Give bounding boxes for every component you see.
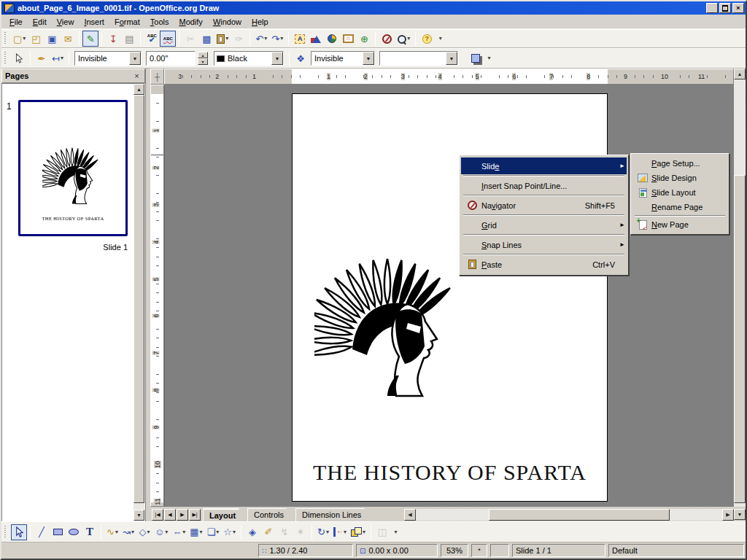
- menu-view[interactable]: View: [52, 16, 80, 28]
- spellcheck-button[interactable]: ABC✔: [144, 31, 160, 47]
- zoom-button[interactable]: ▾: [395, 31, 412, 47]
- menu-window[interactable]: Window: [208, 16, 247, 28]
- context-menu-item-insert-snap-point-line[interactable]: Insert Snap Point/Line...: [461, 177, 627, 194]
- menu-help[interactable]: Help: [247, 16, 274, 28]
- flowchart-button[interactable]: ▦▾: [187, 524, 204, 540]
- gallery-button[interactable]: ⌂: [340, 31, 356, 47]
- line-color-dropdown-icon[interactable]: ▼: [271, 52, 283, 65]
- arrange-button[interactable]: ▾: [349, 524, 368, 540]
- glue-points-button[interactable]: ✐: [260, 524, 276, 540]
- scroll-thumb[interactable]: [489, 509, 670, 521]
- paste-button[interactable]: ▾: [214, 31, 231, 47]
- submenu-item-new-page[interactable]: New Page: [632, 217, 727, 232]
- send-email-button[interactable]: ✉: [60, 31, 76, 47]
- scroll-up-button[interactable]: ▲: [734, 69, 746, 79]
- undo-button[interactable]: ↶▾: [253, 31, 269, 47]
- area-style-select[interactable]: Invisible ▼: [311, 51, 375, 66]
- stars-button[interactable]: ☆▾: [221, 524, 238, 540]
- area-fill-select[interactable]: ▼: [379, 51, 458, 66]
- select-tool-button[interactable]: [11, 524, 27, 540]
- last-page-button[interactable]: ▶|: [189, 509, 201, 521]
- interaction-button[interactable]: ↯: [276, 524, 293, 540]
- rectangle-tool-button[interactable]: [50, 524, 66, 540]
- status-zoom-cell[interactable]: 53%: [441, 544, 468, 557]
- basic-shapes-button[interactable]: ◇▾: [136, 524, 152, 540]
- block-arrows-button[interactable]: ⇔▾: [170, 524, 187, 540]
- scroll-thumb[interactable]: [133, 95, 144, 503]
- tab-layout[interactable]: Layout: [203, 508, 247, 521]
- horizontal-ruler[interactable]: 3211234567891011: [164, 69, 734, 85]
- scroll-left-button[interactable]: ◀: [404, 509, 416, 521]
- callouts-button[interactable]: ❏▾: [205, 524, 222, 540]
- open-button[interactable]: ◰: [28, 31, 44, 47]
- toolbar-options-button[interactable]: ▾: [484, 50, 494, 66]
- minimize-button[interactable]: _: [706, 3, 718, 13]
- scroll-up-button[interactable]: ▲: [133, 84, 144, 95]
- line-width-stepper[interactable]: ▴▾: [198, 52, 208, 65]
- line-dialog-button[interactable]: ✒: [34, 50, 50, 66]
- previous-page-button[interactable]: ◀: [164, 509, 176, 521]
- copy-button[interactable]: ▩: [198, 31, 214, 47]
- edit-points-button[interactable]: [11, 50, 27, 66]
- menu-modify[interactable]: Modify: [174, 16, 207, 28]
- cut-button[interactable]: ✂: [182, 31, 198, 47]
- text-tool-button[interactable]: T: [82, 524, 98, 540]
- close-button[interactable]: ×: [732, 3, 744, 13]
- ruler-origin-corner[interactable]: ┼: [150, 69, 164, 85]
- drawing-canvas[interactable]: THE HISTORY OF SPARTA: [164, 85, 734, 507]
- effects-button[interactable]: ✶: [293, 524, 309, 540]
- insert-graphic-button[interactable]: [308, 31, 324, 47]
- print-button[interactable]: ▤: [121, 31, 137, 47]
- horizontal-scrollbar[interactable]: ◀ ▶: [404, 509, 734, 521]
- scroll-thumb[interactable]: [734, 175, 746, 503]
- context-menu-item-snap-lines[interactable]: Snap Lines ►: [461, 236, 627, 253]
- shadow-button[interactable]: [468, 50, 484, 66]
- next-page-button[interactable]: ▶: [177, 509, 188, 521]
- submenu-item-slide-layout[interactable]: Slide Layout: [632, 185, 727, 200]
- help-button[interactable]: ?: [419, 31, 435, 47]
- navigator-button[interactable]: [379, 31, 395, 47]
- menu-tools[interactable]: Tools: [145, 16, 174, 28]
- save-button[interactable]: ▣: [44, 31, 60, 47]
- scroll-track[interactable]: [416, 509, 722, 521]
- status-style-cell[interactable]: Default: [608, 544, 744, 557]
- ellipse-tool-button[interactable]: [66, 524, 82, 540]
- fontwork-button[interactable]: A: [292, 31, 308, 47]
- vertical-scrollbar[interactable]: ▲: [734, 69, 746, 507]
- toolbar-grip[interactable]: [4, 526, 8, 539]
- scroll-track[interactable]: [734, 79, 746, 507]
- curve-tool-button[interactable]: ∿▾: [104, 524, 120, 540]
- pages-panel-close-button[interactable]: ×: [132, 71, 142, 81]
- connector-tool-button[interactable]: ↝▾: [120, 524, 136, 540]
- line-style-select[interactable]: Invisible ▼: [74, 51, 142, 66]
- area-dialog-button[interactable]: ❖: [293, 50, 309, 66]
- insert-chart-button[interactable]: [324, 31, 340, 47]
- symbol-shapes-button[interactable]: ☺▾: [152, 524, 170, 540]
- area-style-dropdown-icon[interactable]: ▼: [363, 52, 374, 65]
- scroll-down-button[interactable]: ▼: [734, 509, 746, 520]
- line-width-input[interactable]: 0.00": [146, 51, 196, 66]
- arrow-style-button[interactable]: ↤▾: [50, 50, 66, 66]
- toolbar-options-button[interactable]: ▾: [390, 524, 400, 540]
- alignment-button[interactable]: ▾: [331, 524, 349, 540]
- sparta-image[interactable]: [314, 240, 464, 400]
- slide-thumbnail[interactable]: THE HISTORY OF SPARTA: [18, 100, 128, 236]
- line-color-select[interactable]: Black ▼: [214, 51, 284, 66]
- insert-object-button[interactable]: ◫: [374, 524, 390, 540]
- context-menu-item-slide[interactable]: Slide ►: [461, 158, 627, 174]
- autospellcheck-button[interactable]: ABC: [160, 31, 176, 47]
- scroll-right-button[interactable]: ▶: [722, 509, 734, 521]
- format-paintbrush-button[interactable]: ✑: [231, 31, 247, 47]
- menu-file[interactable]: File: [4, 16, 28, 28]
- tab-dimension-lines[interactable]: Dimension Lines: [295, 508, 373, 521]
- pages-scrollbar[interactable]: ▲ ▼: [133, 84, 144, 521]
- line-tool-button[interactable]: ╱: [34, 524, 50, 540]
- new-document-button[interactable]: ▢▾: [11, 31, 28, 47]
- menu-insert[interactable]: Insert: [79, 16, 109, 28]
- scroll-down-button[interactable]: ▼: [133, 510, 144, 521]
- submenu-item-slide-design[interactable]: Slide Design: [632, 171, 727, 185]
- context-menu-item-navigator[interactable]: Navigator Shift+F5: [461, 197, 627, 214]
- submenu-item-page-setup[interactable]: Page Setup...: [632, 156, 727, 171]
- restore-button[interactable]: [719, 3, 731, 13]
- tab-controls[interactable]: Controls: [247, 508, 295, 521]
